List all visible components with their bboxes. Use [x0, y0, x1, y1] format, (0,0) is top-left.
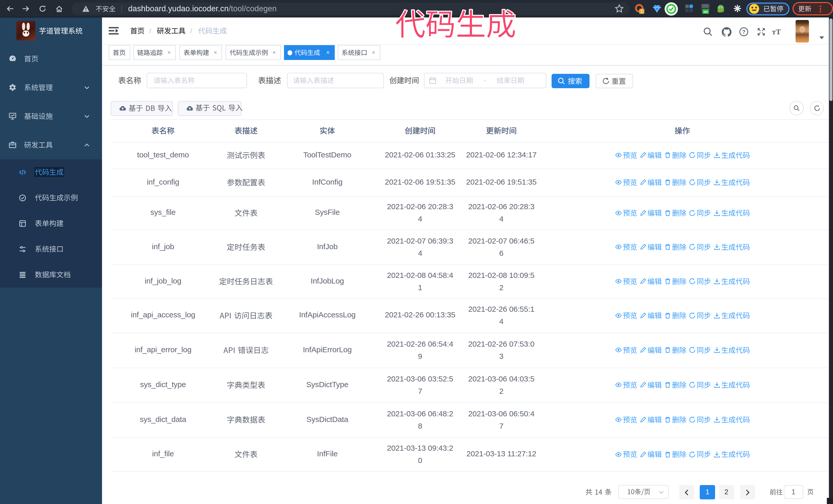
svg-text:?: ?	[742, 29, 745, 34]
svg-text:1: 1	[641, 9, 643, 14]
svg-text:on: on	[704, 10, 708, 14]
